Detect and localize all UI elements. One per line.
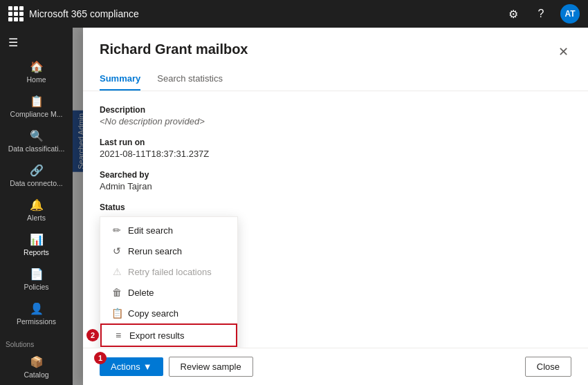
close-button[interactable]: Close [525,357,571,377]
compliance-icon: 📋 [30,95,44,108]
edit-icon: ✏ [111,225,122,236]
sidebar-item-connectors[interactable]: 🔗 Data connecto... [0,158,73,193]
sidebar-label-home: Home [26,75,46,84]
home-icon: 🏠 [30,60,44,73]
content-area: Searched Admin ℹ 💬 Richard Grant mailbox… [73,28,588,385]
actions-dropdown-menu: ✏ Edit search ↺ Rerun search ⚠ Retry fai… [100,216,238,348]
sidebar-item-alerts[interactable]: 🔔 Alerts [0,193,73,227]
sidebar-item-reports[interactable]: 📊 Reports [0,227,73,262]
description-value: <No description provided> [100,116,571,126]
settings-icon[interactable]: ⚙ [505,6,522,22]
sidebar-item-permissions[interactable]: 👤 Permissions [0,297,73,331]
reports-icon: 📊 [30,233,44,246]
dropdown-label-rerun: Rerun search [128,246,182,256]
actions-chevron: ▼ [143,361,152,372]
help-icon[interactable]: ? [533,6,549,22]
badge-1: 1 [94,352,107,364]
export-results-icon: ≡ [113,330,124,341]
dropdown-item-retry: ⚠ Retry failed locations [100,261,237,282]
retry-icon: ⚠ [111,266,122,277]
review-sample-button[interactable]: Review sample [169,357,253,377]
policies-icon: 📄 [30,267,44,281]
permissions-icon: 👤 [30,302,44,315]
dropdown-label-edit: Edit search [128,225,173,236]
actions-button[interactable]: 1 Actions ▼ [100,357,163,376]
solutions-label: Solutions [0,337,73,350]
panel-tabs: Summary Search statistics [83,68,588,91]
dropdown-item-delete[interactable]: 🗑 Delete [100,282,237,303]
dropdown-item-copy[interactable]: 📋 Copy search [100,303,237,323]
app-grid-icon[interactable] [8,6,24,21]
topbar-icons: ⚙ ? AT [505,4,580,24]
sidebar-label-policies: Policies [24,283,48,291]
sidebar-item-catalog[interactable]: 📦 Catalog [0,350,73,384]
connectors-icon: 🔗 [30,164,44,177]
app-title: Microsoft 365 compliance [29,8,505,19]
catalog-icon: 📦 [30,355,44,368]
sidebar-label-permissions: Permissions [17,317,56,326]
sidebar-label-reports: Reports [24,248,49,256]
last-run-label: Last run on [100,138,571,147]
sidebar-label-catalog: Catalog [24,370,48,379]
description-label: Description [100,105,571,115]
dropdown-label-delete: Delete [128,288,154,298]
tab-statistics[interactable]: Search statistics [157,68,223,91]
sidebar-label-compliance: Compliance M... [10,110,63,118]
rerun-icon: ↺ [111,245,122,256]
dropdown-item-edit[interactable]: ✏ Edit search [100,220,237,241]
actions-label: Actions [111,361,140,372]
dropdown-item-export-results[interactable]: 2 ≡ Export results [100,323,237,347]
searched-by-value: Admin Tajran [100,181,571,191]
searched-by-label: Searched by [100,170,571,180]
detail-panel: Richard Grant mailbox ✕ Summary Search s… [83,28,588,385]
user-avatar[interactable]: AT [560,4,580,24]
badge-2: 2 [86,329,99,341]
panel-body: Description <No description provided> La… [83,91,588,348]
dropdown-label-retry: Retry failed locations [128,267,212,277]
topbar: Microsoft 365 compliance ⚙ ? AT [0,0,588,28]
delete-icon: 🗑 [111,287,122,298]
sidebar-label-connectors: Data connecto... [10,179,62,187]
dropdown-label-export-results: Export results [129,330,184,341]
last-run-value: 2021-08-11T18:37:31.237Z [100,149,571,159]
panel-header: Richard Grant mailbox ✕ [83,28,588,62]
sidebar-item-home[interactable]: 🏠 Home [0,55,73,89]
alerts-icon: 🔔 [30,198,44,212]
hamburger-icon[interactable]: ☰ [0,30,73,55]
panel-footer: 1 Actions ▼ Review sample Close [83,348,588,385]
sidebar-item-policies[interactable]: 📄 Policies [0,262,73,297]
tab-summary[interactable]: Summary [100,68,140,91]
sidebar: ☰ 🏠 Home 📋 Compliance M... 🔍 Data classi… [0,28,73,385]
panel-title: Richard Grant mailbox [100,41,248,57]
dropdown-label-copy: Copy search [128,308,178,319]
dropdown-item-rerun[interactable]: ↺ Rerun search [100,241,237,261]
sidebar-label-alerts: Alerts [27,214,46,222]
status-section: Status ✏ Edit search ↺ Rerun search ⚠ [100,203,571,212]
main-layout: ☰ 🏠 Home 📋 Compliance M... 🔍 Data classi… [0,28,588,385]
panel-close-button[interactable]: ✕ [555,41,571,62]
sidebar-label-data-class: Data classificati... [8,144,65,153]
data-class-icon: 🔍 [30,129,44,142]
status-label: Status [100,203,571,212]
dropdown-item-export-report[interactable]: 📄 Export report [100,347,237,348]
sidebar-item-data-class[interactable]: 🔍 Data classificati... [0,124,73,158]
sidebar-item-compliance[interactable]: 📋 Compliance M... [0,89,73,124]
copy-icon: 📋 [111,308,122,319]
